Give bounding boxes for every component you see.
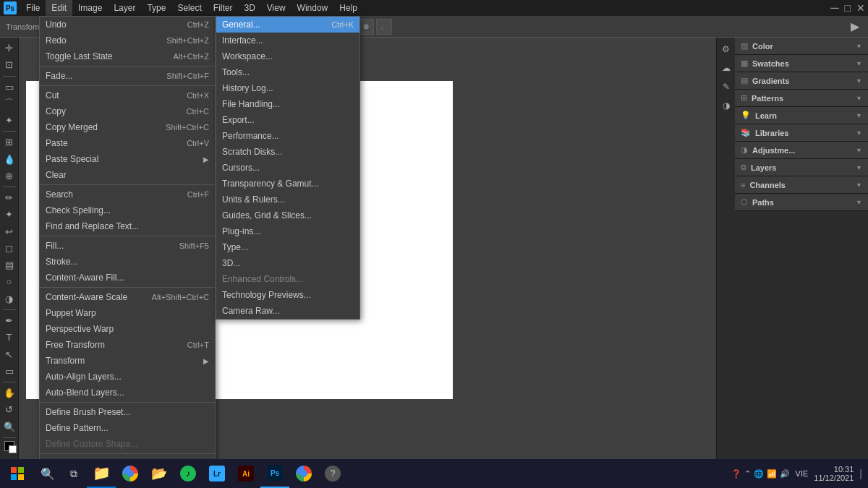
panel-adjustments-header[interactable]: ◑ Adjustme... ▼ <box>735 142 868 159</box>
prefs-camera-raw[interactable]: Camera Raw... <box>216 303 359 319</box>
menu-copy[interactable]: Copy Ctrl+C <box>40 103 215 119</box>
toolbar-3d-5[interactable]: 🎥 <box>376 19 392 35</box>
menu-paste[interactable]: Paste Ctrl+V <box>40 135 215 151</box>
menu-free-transform[interactable]: Free Transform Ctrl+T <box>40 337 215 353</box>
menu-content-aware-scale[interactable]: Content-Aware Scale Alt+Shift+Ctrl+C <box>40 289 215 305</box>
panel-paths-header[interactable]: ⬡ Paths ▼ <box>735 194 868 211</box>
tool-hand[interactable]: ✋ <box>1 385 17 401</box>
menu-find-replace[interactable]: Find and Replace Text... <box>40 218 215 234</box>
tool-eyedropper[interactable]: 💧 <box>1 152 17 167</box>
menu-edit[interactable]: Edit <box>46 0 72 16</box>
menu-search[interactable]: Search Ctrl+F <box>40 187 215 202</box>
tool-gradient[interactable]: ▤ <box>1 257 17 273</box>
panel-color-header[interactable]: ▤ Color ▼ <box>735 38 868 55</box>
taskbar-app-chrome2[interactable] <box>289 459 318 488</box>
taskbar-app-lightroom[interactable]: Lr <box>203 459 231 488</box>
tool-path-select[interactable]: ↖ <box>1 346 17 361</box>
window-maximize[interactable]: □ <box>845 2 851 14</box>
menu-select[interactable]: Select <box>171 0 207 16</box>
prefs-technology-previews[interactable]: Technology Previews... <box>216 287 359 303</box>
panel-patterns-header[interactable]: ⊞ Patterns ▼ <box>735 90 868 107</box>
menu-transform[interactable]: Transform ▶ <box>40 353 215 369</box>
tool-zoom[interactable]: 🔍 <box>1 419 17 434</box>
prefs-transparency-gamut[interactable]: Transparency & Gamut... <box>216 176 359 192</box>
tool-rotate-view[interactable]: ↺ <box>1 402 17 417</box>
window-close[interactable]: ✕ <box>856 2 865 14</box>
prefs-general[interactable]: General... Ctrl+K <box>216 17 359 33</box>
menu-toggle-last-state[interactable]: Toggle Last State Alt+Ctrl+Z <box>40 48 215 64</box>
panel-learn-header[interactable]: 💡 Learn ▼ <box>735 107 868 124</box>
prefs-3d[interactable]: 3D... <box>216 255 359 271</box>
tool-pen[interactable]: ✒ <box>1 313 17 328</box>
tool-crop[interactable]: ⊞ <box>1 134 17 150</box>
tool-magic-wand[interactable]: ✦ <box>1 113 17 128</box>
toolbar-3d-4[interactable]: ⊗ <box>358 19 374 35</box>
taskbar-chevron-up[interactable]: ⌃ <box>744 469 751 479</box>
taskbar-taskview[interactable]: ⧉ <box>61 459 87 488</box>
taskbar-show-desktop[interactable]: | <box>859 468 862 479</box>
menu-clear[interactable]: Clear <box>40 167 215 183</box>
tool-lasso[interactable]: ⌒ <box>1 96 17 111</box>
taskbar-app-illustrator[interactable]: Ai <box>231 459 260 488</box>
start-button[interactable] <box>0 459 35 488</box>
menu-window[interactable]: Window <box>292 0 334 16</box>
taskbar-language[interactable]: VIE <box>796 469 809 478</box>
menu-file[interactable]: File <box>20 0 46 16</box>
tool-text[interactable]: T <box>1 330 17 345</box>
prefs-tools[interactable]: Tools... <box>216 64 359 80</box>
panel-channels-header[interactable]: ≡ Channels ▼ <box>735 176 868 194</box>
tool-blur[interactable]: ○ <box>1 274 17 289</box>
menu-paste-special[interactable]: Paste Special ▶ <box>40 151 215 167</box>
prefs-scratch-disks[interactable]: Scratch Disks... <box>216 144 359 160</box>
panel-icon-properties[interactable]: ⚙ <box>719 42 733 56</box>
panel-icon-edit[interactable]: ✎ <box>719 80 733 94</box>
prefs-guides-grid-slices[interactable]: Guides, Grid & Slices... <box>216 207 359 223</box>
menu-image[interactable]: Image <box>72 0 108 16</box>
tool-shape[interactable]: ▭ <box>1 364 17 379</box>
prefs-history-log[interactable]: History Log... <box>216 80 359 96</box>
prefs-cursors[interactable]: Cursors... <box>216 160 359 176</box>
panel-libraries-header[interactable]: 📚 Libraries ▼ <box>735 124 868 142</box>
taskbar-app-spotify[interactable]: ♪ <box>174 459 203 488</box>
prefs-workspace[interactable]: Workspace... <box>216 48 359 64</box>
tool-eraser[interactable]: ◻ <box>1 241 17 256</box>
menu-stroke[interactable]: Stroke... <box>40 254 215 270</box>
tool-healing[interactable]: ⊕ <box>1 168 17 184</box>
menu-help[interactable]: Help <box>333 0 363 16</box>
tool-rectangular-marquee[interactable]: ▭ <box>1 80 17 95</box>
window-minimize[interactable]: ─ <box>830 1 838 14</box>
prefs-plugins[interactable]: Plug-ins... <box>216 223 359 239</box>
menu-define-custom-shape[interactable]: Define Custom Shape... <box>40 436 215 452</box>
tool-artboard[interactable]: ⊡ <box>1 57 17 72</box>
prefs-interface[interactable]: Interface... <box>216 33 359 48</box>
taskbar-question[interactable]: ❓ <box>731 469 741 479</box>
menu-redo[interactable]: Redo Shift+Ctrl+Z <box>40 33 215 48</box>
panel-icon-adjust[interactable]: ◑ <box>719 98 733 113</box>
taskbar-volume[interactable]: 🔊 <box>780 469 790 479</box>
menu-content-aware-fill[interactable]: Content-Aware Fill... <box>40 270 215 286</box>
menu-copy-merged[interactable]: Copy Merged Shift+Ctrl+C <box>40 119 215 135</box>
panel-icon-cc[interactable]: ☁ <box>719 61 733 75</box>
menu-auto-blend[interactable]: Auto-Blend Layers... <box>40 385 215 401</box>
menu-cut[interactable]: Cut Ctrl+X <box>40 87 215 103</box>
taskbar-app-unknown[interactable]: ? <box>318 459 347 488</box>
taskbar-app-files[interactable]: 📂 <box>145 459 174 488</box>
panel-swatches-header[interactable]: ▦ Swatches ▼ <box>735 55 868 72</box>
menu-filter[interactable]: Filter <box>208 0 239 16</box>
panel-toggle[interactable]: ▶ <box>848 20 862 33</box>
tool-brush[interactable]: ✏ <box>1 190 17 205</box>
menu-view[interactable]: View <box>261 0 292 16</box>
taskbar-app-chrome[interactable] <box>116 459 145 488</box>
menu-check-spelling[interactable]: Check Spelling... <box>40 202 215 218</box>
menu-fill[interactable]: Fill... Shift+F5 <box>40 238 215 254</box>
tool-move[interactable]: ✛ <box>1 40 17 56</box>
tool-clone[interactable]: ✦ <box>1 207 17 222</box>
menu-puppet-warp[interactable]: Puppet Warp <box>40 305 215 321</box>
prefs-units-rulers[interactable]: Units & Rulers... <box>216 192 359 207</box>
panel-gradients-header[interactable]: ▤ Gradients ▼ <box>735 72 868 90</box>
menu-3d[interactable]: 3D <box>238 0 260 16</box>
prefs-file-handling[interactable]: File Handling... <box>216 96 359 112</box>
tool-history-brush[interactable]: ↩ <box>1 224 17 239</box>
prefs-enhanced-controls[interactable]: Enhanced Controls... <box>216 271 359 287</box>
menu-define-brush[interactable]: Define Brush Preset... <box>40 404 215 420</box>
